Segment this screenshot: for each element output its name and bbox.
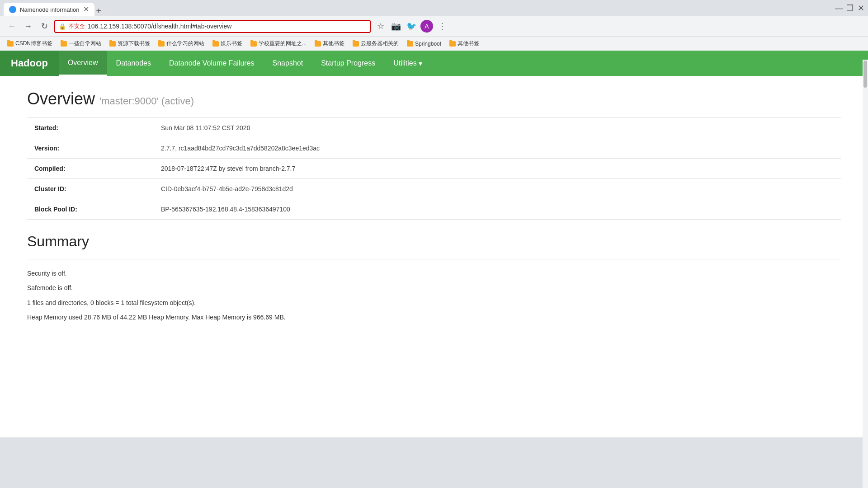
nav-datanodes[interactable]: Datanodes [107,51,160,76]
maximize-button[interactable]: ❐ [846,5,854,12]
table-row: Started: Sun Mar 08 11:07:52 CST 2020 [27,118,841,138]
bookmarks-bar: CSDN博客书签 一些自学网站 资源下载书签 什么学习的网站 娱乐书签 学校重要… [0,36,868,51]
bookmark-folder-icon [7,41,14,47]
scrollbar-thumb[interactable] [863,61,867,88]
table-row: Cluster ID: CID-0eb3aef4-b757-4b5e-ad2e-… [27,179,841,199]
bookmark-folder-icon [449,41,456,47]
bookmark-label: 资源下载书签 [118,40,150,47]
bookmark-folder-icon [212,41,219,47]
browser-tab[interactable]: 🌐 Namenode information ✕ [4,3,94,16]
table-key: Compiled: [27,159,154,179]
summary-line-4: Heap Memory used 28.76 MB of 44.22 MB He… [27,312,841,322]
bookmark-item[interactable]: 其他书签 [446,38,483,49]
bookmark-item[interactable]: 云服务器相关的 [349,38,402,49]
summary-divider [27,259,841,259]
table-value: BP-565367635-192.168.48.4-1583636497100 [154,199,841,220]
bookmark-item[interactable]: 一些自学网站 [57,38,105,49]
hadoop-navbar: Hadoop Overview Datanodes Datanode Volum… [0,51,868,76]
main-content: Overview 'master:9000' (active) Started:… [0,76,868,437]
nav-snapshot[interactable]: Snapshot [264,51,312,76]
tab-title: Namenode information [20,6,80,13]
bookmark-item[interactable]: 学校重要的网址之... [247,38,310,49]
avatar[interactable]: A [420,20,433,33]
bookmark-label: 其他书签 [323,40,344,47]
nav-overview[interactable]: Overview [59,51,107,76]
bookmark-folder-icon [353,41,359,47]
dropdown-chevron-icon: ▾ [419,59,422,68]
table-key: Cluster ID: [27,179,154,199]
reload-button[interactable]: ↻ [38,20,51,33]
bookmark-label: Springboot [415,41,441,47]
table-row: Compiled: 2018-07-18T22:47Z by stevel fr… [27,159,841,179]
back-button[interactable]: ← [5,20,18,33]
bookmark-folder-icon [158,41,165,47]
forward-button[interactable]: → [22,20,34,33]
security-icon: 🔒 [59,23,66,30]
table-key: Block Pool ID: [27,199,154,220]
table-row: Block Pool ID: BP-565367635-192.168.48.4… [27,199,841,220]
url-input[interactable] [88,23,366,30]
bookmark-folder-icon [250,41,257,47]
address-bar[interactable]: 🔒 不安全 [54,20,371,33]
bookmark-folder-icon [109,41,116,47]
table-value: CID-0eb3aef4-b757-4b5e-ad2e-7958d3c81d2d [154,179,841,199]
overview-table: Started: Sun Mar 08 11:07:52 CST 2020 Ve… [27,117,841,220]
bookmark-label: 其他书签 [458,40,479,47]
bookmark-item[interactable]: 资源下载书签 [106,38,154,49]
table-value: 2.7.7, rc1aad84bd27cd79c3d1a7dd58202a8c3… [154,138,841,159]
table-key: Version: [27,138,154,159]
minimize-button[interactable]: — [835,5,843,12]
bookmark-label: 学校重要的网址之... [259,40,307,47]
extension-button[interactable]: 🐦 [405,20,418,33]
nav-datanode-volume-failures[interactable]: Datanode Volume Failures [160,51,264,76]
screenshot-button[interactable]: 📷 [390,20,402,33]
tab-close-button[interactable]: ✕ [83,6,89,13]
menu-button[interactable]: ⋮ [436,20,448,33]
new-tab-button[interactable]: + [96,6,102,16]
summary-line-1: Security is off. [27,268,841,278]
bookmark-label: CSDN博客书签 [15,40,52,47]
bookmark-item[interactable]: 什么学习的网站 [155,38,208,49]
tab-favicon: 🌐 [9,6,16,13]
summary-title: Summary [27,233,841,250]
bookmark-label: 娱乐书签 [221,40,242,47]
bookmark-item[interactable]: 其他书签 [311,38,348,49]
summary-line-3: 1 files and directories, 0 blocks = 1 to… [27,298,841,308]
table-key: Started: [27,118,154,138]
bookmark-label: 云服务器相关的 [361,40,399,47]
bookmark-item[interactable]: Springboot [403,39,445,49]
summary-line-2: Safemode is off. [27,283,841,293]
close-button[interactable]: ✕ [857,5,864,12]
bookmark-button[interactable]: ☆ [374,20,387,33]
scrollbar[interactable] [863,60,868,488]
table-value: 2018-07-18T22:47Z by stevel from branch-… [154,159,841,179]
bookmark-item[interactable]: 娱乐书签 [209,38,246,49]
hadoop-brand: Hadoop [0,51,59,76]
bookmark-folder-icon [315,41,321,47]
overview-subtitle: 'master:9000' (active) [99,95,194,107]
not-secure-label: 不安全 [69,23,85,30]
bookmark-folder-icon [61,41,67,47]
bookmark-label: 什么学习的网站 [166,40,204,47]
bookmark-label: 一些自学网站 [69,40,101,47]
nav-startup-progress[interactable]: Startup Progress [312,51,384,76]
nav-utilities[interactable]: Utilities ▾ [384,51,431,76]
table-value: Sun Mar 08 11:07:52 CST 2020 [154,118,841,138]
overview-title: Overview 'master:9000' (active) [27,89,841,108]
table-row: Version: 2.7.7, rc1aad84bd27cd79c3d1a7dd… [27,138,841,159]
bookmark-item[interactable]: CSDN博客书签 [4,38,56,49]
bookmark-folder-icon [407,41,413,47]
